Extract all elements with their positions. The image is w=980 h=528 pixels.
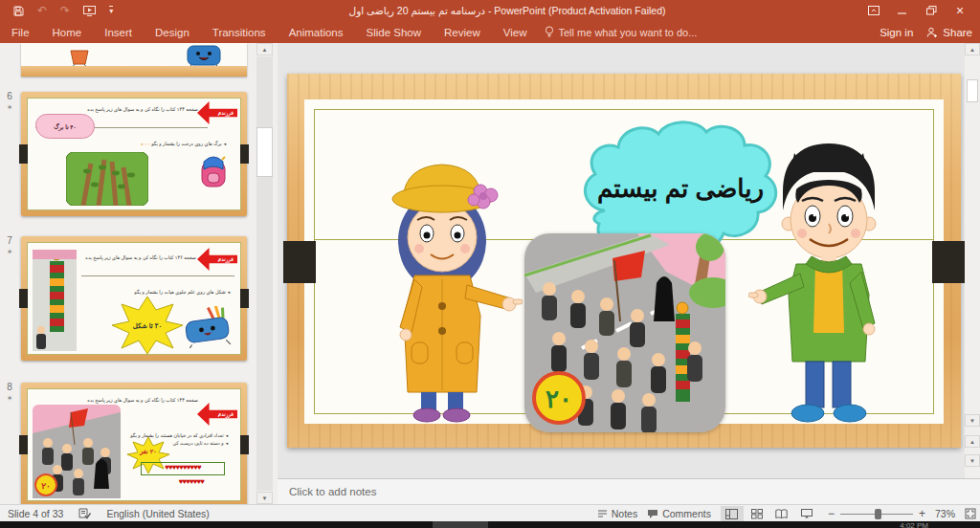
animation-indicator-icon: ✶ bbox=[2, 394, 17, 403]
tab-file[interactable]: File bbox=[0, 21, 41, 43]
zoom-level[interactable]: 73% bbox=[935, 508, 955, 519]
editor-scroll-thumb[interactable] bbox=[967, 79, 978, 102]
save-icon[interactable] bbox=[13, 6, 24, 16]
redo-icon[interactable]: ↷ bbox=[60, 5, 70, 16]
tab-insert[interactable]: Insert bbox=[93, 21, 144, 43]
previous-slide-button[interactable]: ▲ bbox=[965, 435, 980, 448]
view-reading-button[interactable] bbox=[770, 506, 793, 522]
animation-indicator-icon: ✶ bbox=[2, 248, 17, 256]
tell-me-box[interactable]: Tell me what you want to do... bbox=[545, 26, 698, 38]
panel-scroll-thumb[interactable] bbox=[256, 127, 273, 177]
start-slideshow-icon[interactable] bbox=[83, 6, 96, 16]
thumb6-right-clamp bbox=[240, 144, 249, 164]
animation-indicator-icon: ✶ bbox=[2, 103, 17, 112]
girl-character[interactable] bbox=[362, 153, 523, 423]
tab-design[interactable]: Design bbox=[144, 21, 201, 43]
slide-right-clamp bbox=[932, 241, 965, 283]
comments-toggle[interactable]: Comments bbox=[647, 508, 711, 519]
notes-placeholder[interactable]: Click to add notes bbox=[289, 486, 376, 497]
zoom-out-button[interactable]: − bbox=[828, 507, 835, 520]
thumb7-right-clamp bbox=[240, 289, 249, 308]
basket-character-icon bbox=[67, 45, 92, 68]
spellcheck-icon[interactable] bbox=[78, 508, 91, 519]
view-slide-sorter-button[interactable] bbox=[746, 506, 768, 522]
taskbar-sliver: 4:02 PM bbox=[0, 521, 980, 528]
view-normal-button[interactable] bbox=[721, 506, 744, 522]
panel-scroll-up-button[interactable]: ▲ bbox=[256, 43, 273, 55]
next-slide-button[interactable]: ▼ bbox=[965, 454, 980, 467]
slide5-wood-edge bbox=[21, 66, 247, 77]
share-person-icon bbox=[926, 27, 938, 38]
tab-review[interactable]: Review bbox=[433, 21, 492, 43]
notes-toggle[interactable]: Notes bbox=[597, 508, 637, 519]
thumb7-left-clamp bbox=[19, 289, 28, 308]
thumb8-crowd-image: ۲۰ bbox=[33, 405, 121, 498]
comments-toggle-label: Comments bbox=[662, 508, 711, 519]
tab-transitions[interactable]: Transitions bbox=[201, 21, 278, 43]
slide-canvas[interactable]: ریاضی تم بیستم bbox=[287, 74, 961, 448]
tab-slideshow[interactable]: Slide Show bbox=[355, 21, 434, 43]
thumbnail-8-canvas: صفحه ۱۴۴ کتاب را نگاه کن و به سوال های ز… bbox=[27, 388, 241, 501]
title-bar: ↶ ↷ ▾ درسنامه تم بیستم 20 ریاضی اول - Po… bbox=[0, 0, 980, 21]
thumbnail-slide-6[interactable]: صفحه ۱۳۴ کتاب را نگاه کن و به سوال های ز… bbox=[21, 92, 247, 216]
crowd-picture-art: ۲۰ bbox=[524, 233, 725, 432]
tab-view[interactable]: View bbox=[492, 21, 539, 43]
minimize-button[interactable] bbox=[888, 0, 917, 21]
editor-scrollbar[interactable]: ▲ ▼ ▲ ▼ bbox=[965, 43, 980, 478]
thumb8-bullet1-arrow: ◄ bbox=[225, 433, 229, 438]
crowd-badge-number: ۲۰ bbox=[546, 385, 572, 413]
thumbnail-panel-scrollbar[interactable]: ▲ ▼ bbox=[253, 43, 278, 504]
zoom-slider[interactable] bbox=[840, 514, 913, 515]
thumb8-crowd-badge: ۲۰ bbox=[41, 481, 51, 491]
thumbnail-slide-5-partial[interactable] bbox=[21, 43, 247, 77]
close-button[interactable]: × bbox=[946, 0, 974, 21]
slideshow-view-icon bbox=[801, 509, 813, 519]
slide-editor-area[interactable]: ریاضی تم بیستم bbox=[278, 43, 965, 478]
status-bar: Slide 4 of 33 English (United States) No… bbox=[0, 504, 980, 521]
thumb6-cloud-callout: ۴۰ تا برگ bbox=[35, 114, 95, 139]
thumb7-bullet-text: ◄ شکل های روی علم جلوی هیات را بشمار و ب… bbox=[134, 289, 231, 296]
window-title: درسنامه تم بیستم 20 ریاضی اول - PowerPoi… bbox=[239, 0, 775, 21]
thumb8-hearts-row1: ♥♥♥♥♥♥♥♥♥♥ bbox=[142, 463, 224, 473]
thumb6-bullet-text: ◄ برگ های روی درخت را بشمار و بگو ○ ○ ● bbox=[141, 141, 227, 147]
restore-button[interactable] bbox=[917, 0, 946, 21]
zoom-slider-thumb[interactable] bbox=[875, 509, 881, 519]
thumb8-right-clamp bbox=[240, 435, 249, 454]
thumbnail-slide-7[interactable]: صفحه ۱۳۶ کتاب را نگاه کن و به سوال های ز… bbox=[21, 236, 247, 361]
slide-title-text[interactable]: ریاضی تم بیستم bbox=[597, 174, 764, 204]
slide-paper: ریاضی تم بیستم bbox=[304, 99, 944, 424]
share-label: Share bbox=[943, 27, 972, 38]
thumb7-divider bbox=[81, 275, 234, 276]
crowd-picture[interactable]: ۲۰ bbox=[524, 233, 725, 432]
thumb7-header-text: صفحه ۱۳۶ کتاب را نگاه کن و به سوال های ز… bbox=[85, 254, 196, 261]
language-indicator[interactable]: English (United States) bbox=[106, 508, 209, 519]
sign-in-link[interactable]: Sign in bbox=[880, 27, 913, 38]
thumbnail-6-canvas: صفحه ۱۳۴ کتاب را نگاه کن و به سوال های ز… bbox=[27, 98, 241, 210]
thumb6-arrow-shape: فرزندم bbox=[197, 101, 237, 124]
editor-scroll-down-button[interactable]: ▼ bbox=[965, 414, 980, 427]
panel-scroll-down-button[interactable]: ▼ bbox=[256, 492, 273, 504]
reading-view-icon bbox=[775, 509, 788, 519]
undo-icon[interactable]: ↶ bbox=[37, 5, 47, 16]
ribbon-display-options-icon[interactable] bbox=[859, 0, 888, 21]
thumbnail-7-canvas: صفحه ۱۳۶ کتاب را نگاه کن و به سوال های ز… bbox=[27, 242, 241, 355]
customize-qat-icon[interactable]: ▾ bbox=[109, 6, 113, 15]
share-button[interactable]: Share bbox=[926, 27, 972, 38]
boy-character[interactable] bbox=[748, 140, 909, 423]
panel-scroll-track[interactable] bbox=[256, 56, 273, 491]
notes-pane[interactable]: Click to add notes bbox=[278, 478, 980, 504]
tab-home[interactable]: Home bbox=[41, 21, 94, 43]
thumb6-bullet-label: برگ های روی درخت را بشمار و بگو bbox=[151, 141, 221, 146]
thumbnail-slide-8[interactable]: صفحه ۱۴۴ کتاب را نگاه کن و به سوال های ز… bbox=[21, 383, 247, 504]
thumb6-tree-image bbox=[66, 152, 148, 206]
editor-scroll-up-button[interactable]: ▲ bbox=[965, 43, 980, 55]
fit-slide-to-window-icon[interactable] bbox=[965, 508, 976, 519]
zoom-in-button[interactable]: + bbox=[919, 507, 925, 520]
thumb6-left-clamp bbox=[19, 144, 28, 164]
thumb6-header-text: صفحه ۱۳۴ کتاب را نگاه کن و به سوال های ز… bbox=[87, 106, 198, 113]
tab-animations[interactable]: Animations bbox=[278, 21, 355, 43]
view-slideshow-button[interactable] bbox=[795, 506, 818, 522]
normal-view-icon bbox=[725, 509, 738, 519]
thumb7-arrow-shape: فرزندم bbox=[197, 248, 237, 271]
thumb8-hearts-box: ♥♥♥♥♥♥♥♥♥♥ bbox=[141, 462, 225, 475]
